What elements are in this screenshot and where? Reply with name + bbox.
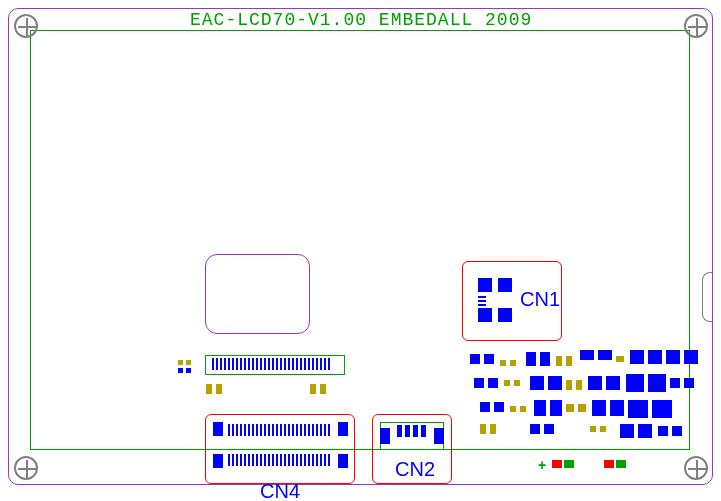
smd-pad — [550, 400, 562, 416]
connector-pin — [264, 454, 266, 466]
connector-pin — [244, 358, 246, 370]
connector-pin — [228, 358, 230, 370]
connector-pin — [248, 454, 250, 466]
connector-pin — [260, 424, 262, 436]
led-pad — [552, 460, 562, 468]
connector-pin — [236, 358, 238, 370]
cn1-pad — [498, 308, 512, 322]
connector-pin — [268, 454, 270, 466]
cn1-pad — [478, 278, 492, 292]
connector-pin — [276, 358, 278, 370]
smd-pad — [628, 400, 648, 418]
smd-pad — [530, 424, 540, 434]
connector-pin — [256, 424, 258, 436]
mounting-hole-tl — [14, 14, 38, 38]
mounting-hole-tr — [684, 14, 708, 38]
connector-pin — [300, 358, 302, 370]
connector-pin — [236, 424, 238, 436]
smd-pad — [606, 376, 620, 390]
cn2-pin — [397, 425, 402, 437]
connector-pin — [268, 358, 270, 370]
connector-pin — [284, 424, 286, 436]
cn4-side-pad — [213, 422, 223, 436]
cn4-side-pad — [338, 422, 348, 436]
connector-pin — [324, 454, 326, 466]
smd-pad — [480, 402, 490, 412]
connector-pin — [272, 424, 274, 436]
connector-pin — [232, 454, 234, 466]
connector-pin — [244, 424, 246, 436]
smd-pad — [578, 404, 586, 412]
cn1-pin — [478, 304, 486, 306]
cn1-pad — [498, 278, 512, 292]
cn2-pin — [405, 425, 410, 437]
smd-pad — [670, 378, 680, 388]
connector-pin — [236, 454, 238, 466]
cn1-label: CN1 — [520, 288, 560, 311]
connector-pin — [276, 454, 278, 466]
connector-pin — [324, 424, 326, 436]
connector-pin — [292, 454, 294, 466]
led-pad — [616, 460, 626, 468]
connector-pin — [308, 424, 310, 436]
connector-pin — [328, 424, 330, 436]
smd-pad — [510, 406, 516, 412]
connector-pin — [324, 358, 326, 370]
smd-pad — [600, 426, 606, 432]
connector-pin — [248, 424, 250, 436]
connector-pin — [224, 358, 226, 370]
connector-pin — [292, 358, 294, 370]
connector-pin — [296, 358, 298, 370]
connector-pin — [320, 358, 322, 370]
smd-pad — [566, 356, 572, 366]
connector-pin — [256, 358, 258, 370]
connector-pin — [240, 424, 242, 436]
connector-pin — [320, 454, 322, 466]
connector-pin — [264, 358, 266, 370]
smd-pad — [500, 360, 506, 366]
connector-pin — [228, 424, 230, 436]
connector-pin — [312, 454, 314, 466]
connector-pin — [272, 454, 274, 466]
smd-pad — [178, 368, 183, 373]
connector-pin — [296, 454, 298, 466]
cn2-pad — [380, 428, 390, 444]
smd-pad — [580, 350, 594, 360]
connector-pin — [268, 424, 270, 436]
smd-pad — [178, 360, 183, 365]
smd-pad — [544, 424, 554, 434]
connector-pin — [244, 454, 246, 466]
smd-pad — [474, 378, 484, 388]
connector-pin — [320, 424, 322, 436]
connector-pin — [240, 454, 242, 466]
smd-pad — [520, 406, 526, 412]
connector-pin — [260, 454, 262, 466]
connector-pin — [316, 424, 318, 436]
connector-pin — [256, 454, 258, 466]
smd-pad — [530, 376, 544, 390]
cn2-pin — [421, 425, 426, 437]
cn4-label: CN4 — [260, 480, 300, 501]
cn2-pin — [413, 425, 418, 437]
cn1-pin — [478, 296, 486, 298]
smd-pad — [638, 424, 652, 438]
connector-pin — [312, 424, 314, 436]
connector-pin — [308, 358, 310, 370]
connector-pin — [280, 424, 282, 436]
smd-pad — [630, 350, 644, 364]
connector-pin — [308, 454, 310, 466]
smd-pad — [648, 374, 666, 392]
connector-pin — [232, 424, 234, 436]
smd-pad — [548, 376, 562, 390]
connector-pin — [252, 424, 254, 436]
connector-pin — [260, 358, 262, 370]
smd-pad — [592, 400, 606, 416]
smd-pad — [620, 424, 634, 438]
connector-pin — [288, 424, 290, 436]
smd-pad — [610, 400, 624, 416]
connector-pin — [216, 358, 218, 370]
led-pad — [604, 460, 614, 468]
connector-pin — [288, 358, 290, 370]
connector-pin — [228, 454, 230, 466]
smd-pad — [566, 404, 574, 412]
